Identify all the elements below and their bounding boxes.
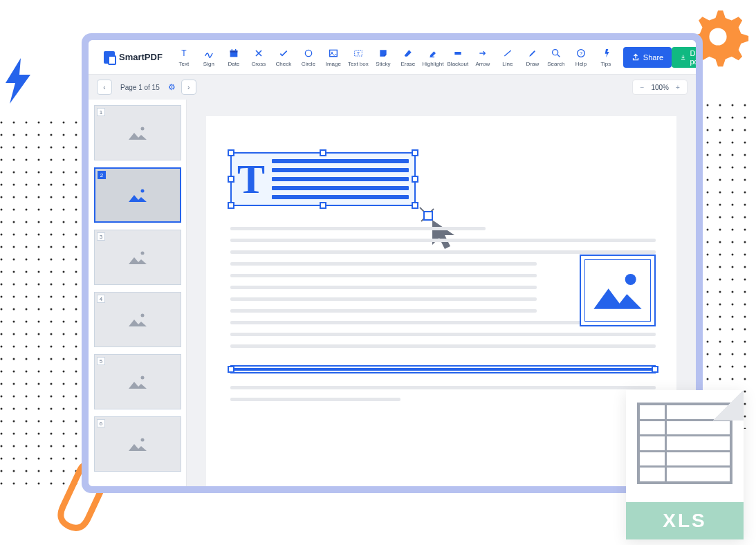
pager-bar: ‹ Page 1 of 15 ⚙ › − 100% + (89, 75, 696, 100)
toolbar: SmartPDF TText Sign Date Cross Check Cir… (89, 40, 696, 75)
tool-tips[interactable]: Tips (594, 43, 618, 72)
resize-handle-tm[interactable] (320, 149, 326, 156)
thumbnail-sidebar: 1 2 3 4 5 6 (89, 100, 187, 486)
svg-rect-28 (424, 212, 432, 220)
tool-blackout[interactable]: Blackout (446, 43, 470, 72)
resize-handle-tr[interactable] (412, 149, 418, 156)
tool-circle[interactable]: Circle (297, 43, 320, 72)
svg-point-21 (141, 252, 145, 255)
page-settings-icon[interactable]: ⚙ (168, 82, 176, 92)
image-placeholder-icon (127, 436, 148, 452)
zoom-value: 100% (651, 84, 669, 91)
share-button[interactable]: Share (623, 47, 672, 68)
tool-sticky[interactable]: Sticky (371, 43, 395, 72)
thumbnail-page-3[interactable]: 3 (94, 230, 181, 285)
next-page-button[interactable]: › (181, 80, 196, 95)
page-indicator: Page 1 of 15 (120, 84, 160, 91)
tool-sign[interactable]: Sign (197, 43, 221, 72)
svg-text:T: T (357, 50, 360, 56)
tool-cross[interactable]: Cross (247, 43, 270, 72)
svg-point-16 (553, 49, 558, 55)
resize-handle-r[interactable] (652, 366, 658, 373)
svg-point-9 (305, 50, 311, 56)
resize-handle-l[interactable] (228, 366, 234, 373)
tool-group-edit: TText Sign Date Cross Check Circle Image… (172, 43, 544, 72)
svg-rect-7 (232, 49, 232, 51)
xls-label: XLS (626, 502, 744, 539)
image-frame[interactable] (580, 255, 656, 326)
decoration-dots-right (694, 104, 756, 429)
text-lines-preview (272, 159, 409, 199)
share-icon (631, 53, 640, 62)
download-button[interactable]: Download pdf (672, 47, 696, 68)
svg-point-23 (141, 376, 145, 380)
resize-handle-bm[interactable] (320, 202, 326, 209)
tool-line[interactable]: Line (496, 43, 519, 72)
thumbnail-page-6[interactable]: 6 (94, 416, 181, 472)
image-placeholder-icon (127, 311, 148, 328)
zoom-out-button[interactable]: − (637, 82, 647, 92)
svg-text:?: ? (580, 50, 582, 56)
svg-point-24 (141, 438, 145, 442)
svg-point-29 (625, 274, 636, 285)
svg-text:T: T (181, 48, 187, 58)
image-placeholder-icon (127, 187, 148, 203)
image-placeholder-icon (127, 124, 148, 141)
resize-handle-br[interactable] (412, 202, 418, 209)
canvas-area[interactable]: T (187, 100, 696, 486)
svg-point-22 (141, 314, 145, 317)
thumbnail-page-4[interactable]: 4 (94, 292, 181, 347)
document-page[interactable]: T (206, 116, 676, 486)
svg-rect-1 (0, 121, 90, 495)
text-glyph: T (237, 158, 265, 200)
line-selection[interactable] (230, 365, 656, 373)
svg-rect-6 (230, 50, 238, 53)
text-selection-box[interactable]: T (230, 152, 416, 206)
tool-textbox[interactable]: TText box (347, 43, 370, 72)
resize-handle-tl[interactable] (228, 149, 234, 156)
download-icon (680, 53, 686, 62)
logo-icon (104, 51, 115, 64)
tool-search[interactable]: Search (544, 43, 568, 72)
tool-image[interactable]: Image (322, 43, 345, 72)
svg-rect-15 (454, 52, 461, 55)
resize-handle-ml[interactable] (228, 176, 234, 183)
resize-handle-mr[interactable] (412, 176, 418, 183)
xls-file-icon: XLS (626, 390, 744, 539)
tool-check[interactable]: Check (272, 43, 295, 72)
tool-date[interactable]: Date (222, 43, 246, 72)
tool-group-util: Search ?Help Tips (544, 43, 618, 72)
tool-draw[interactable]: Draw (521, 43, 544, 72)
tool-erase[interactable]: Erase (396, 43, 420, 72)
svg-point-19 (141, 127, 145, 131)
resize-handle-bl[interactable] (228, 202, 234, 209)
tool-help[interactable]: ?Help (569, 43, 593, 72)
tool-arrow[interactable]: Arrow (471, 43, 495, 72)
tool-text[interactable]: TText (172, 43, 196, 72)
tool-highlight[interactable]: Highlight (421, 43, 445, 72)
thumbnail-page-1[interactable]: 1 (94, 105, 181, 160)
svg-line-26 (427, 209, 434, 216)
body-text-lines-2 (230, 386, 656, 401)
prev-page-button[interactable]: ‹ (97, 80, 112, 95)
zoom-control: − 100% + (632, 80, 688, 95)
decoration-dots-left (0, 121, 90, 495)
svg-line-27 (420, 207, 425, 213)
svg-point-20 (141, 190, 145, 193)
svg-rect-3 (694, 104, 756, 429)
svg-rect-8 (235, 49, 236, 51)
app-logo[interactable]: SmartPDF (94, 51, 172, 64)
app-window: SmartPDF TText Sign Date Cross Check Cir… (82, 33, 703, 493)
image-placeholder-icon (590, 268, 645, 313)
thumbnail-page-5[interactable]: 5 (94, 354, 181, 409)
svg-rect-14 (430, 56, 434, 57)
app-name: SmartPDF (119, 52, 163, 62)
thumbnail-page-2[interactable]: 2 (94, 167, 181, 223)
zoom-in-button[interactable]: + (673, 82, 683, 92)
svg-rect-10 (330, 50, 338, 56)
image-placeholder-icon (127, 249, 148, 266)
svg-line-25 (421, 214, 428, 221)
image-placeholder-icon (127, 373, 148, 390)
decoration-bolt-icon (0, 57, 37, 105)
